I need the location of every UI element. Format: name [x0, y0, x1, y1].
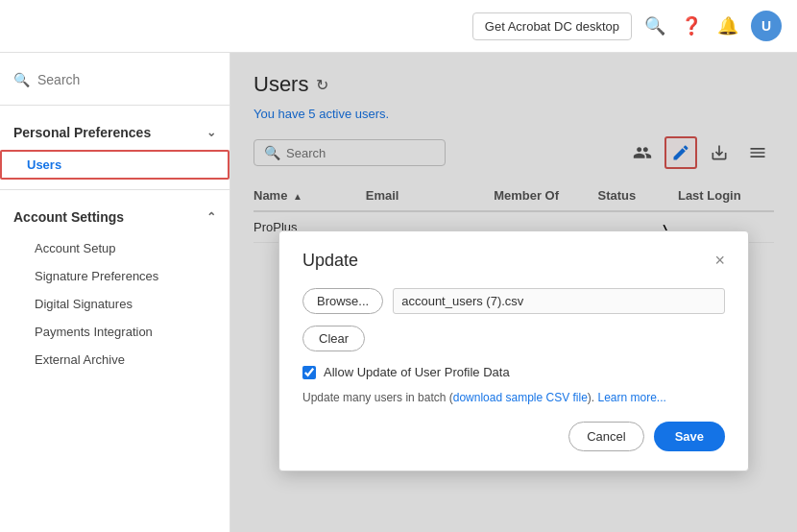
sidebar-search-icon: 🔍: [13, 72, 30, 87]
modal-checkbox-row: Allow Update of User Profile Data: [302, 365, 725, 379]
modal-file-row: Browse...: [302, 288, 725, 314]
update-profile-checkbox[interactable]: [302, 366, 316, 379]
acrobat-desktop-btn[interactable]: Get Acrobat DC desktop: [472, 12, 632, 40]
download-csv-link[interactable]: download sample CSV file: [453, 391, 588, 404]
modal-footer: Cancel Save: [302, 422, 725, 451]
layout: 🔍 Personal Preferences ⌄ Users Account S…: [0, 53, 797, 532]
clear-btn[interactable]: Clear: [302, 326, 365, 351]
update-modal: Update × Browse... Clear Allow Update of…: [278, 230, 749, 472]
topbar: Get Acrobat DC desktop 🔍 ❓ 🔔 U: [0, 0, 797, 53]
modal-close-btn[interactable]: ×: [714, 251, 725, 271]
learn-more-link[interactable]: Learn more...: [598, 391, 666, 404]
sidebar-item-external-archive[interactable]: External Archive: [0, 346, 229, 374]
chevron-up-icon: ⌃: [206, 210, 216, 224]
update-profile-label: Allow Update of User Profile Data: [324, 365, 510, 379]
sidebar-item-users[interactable]: Users: [0, 150, 229, 180]
sidebar-search[interactable]: 🔍: [0, 64, 229, 95]
search-icon[interactable]: 🔍: [641, 12, 668, 39]
modal-info-text: Update many users in batch (download sam…: [302, 391, 725, 404]
avatar[interactable]: U: [751, 11, 782, 41]
sidebar-item-account-setup[interactable]: Account Setup: [0, 234, 229, 262]
main-content: Users ↻ You have 5 active users. 🔍: [230, 53, 797, 532]
chevron-down-icon: ⌄: [206, 126, 216, 139]
modal-title: Update: [302, 251, 358, 271]
save-btn[interactable]: Save: [654, 422, 725, 451]
bell-icon[interactable]: 🔔: [714, 12, 741, 39]
help-icon[interactable]: ❓: [678, 12, 705, 39]
sidebar-search-input[interactable]: [37, 72, 216, 87]
personal-preferences-label: Personal Preferences: [13, 125, 151, 140]
browse-btn[interactable]: Browse...: [302, 288, 383, 314]
file-input[interactable]: [393, 288, 725, 314]
cancel-btn[interactable]: Cancel: [568, 422, 643, 451]
modal-overlay: Update × Browse... Clear Allow Update of…: [230, 53, 797, 532]
sidebar-item-payments-integration[interactable]: Payments Integration: [0, 318, 229, 346]
sidebar-item-digital-signatures[interactable]: Digital Signatures: [0, 290, 229, 318]
sidebar: 🔍 Personal Preferences ⌄ Users Account S…: [0, 53, 230, 532]
account-settings-label: Account Settings: [13, 209, 124, 225]
account-settings-section[interactable]: Account Settings ⌃: [0, 200, 229, 234]
modal-header: Update ×: [302, 251, 725, 271]
sidebar-item-signature-preferences[interactable]: Signature Preferences: [0, 262, 229, 290]
personal-preferences-section[interactable]: Personal Preferences ⌄: [0, 115, 229, 150]
